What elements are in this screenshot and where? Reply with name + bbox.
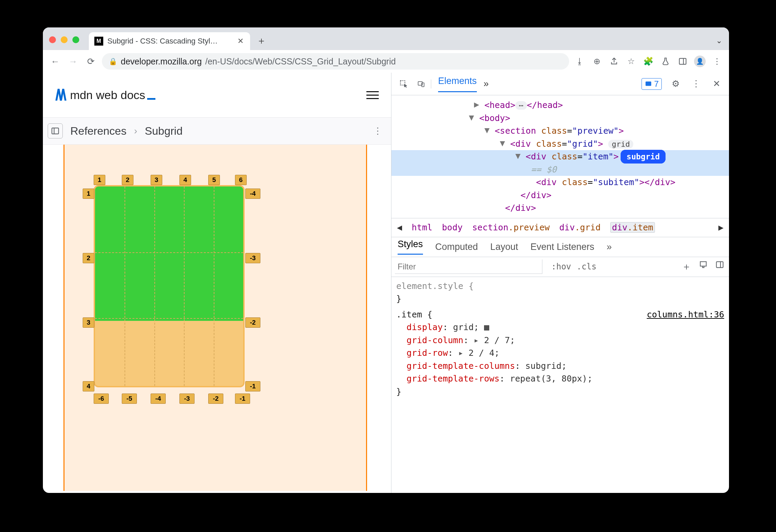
device-toolbar-button[interactable] [418, 80, 431, 88]
grid-overlay [94, 185, 245, 387]
svg-rect-6 [700, 262, 706, 266]
breadcrumb-scroll-right[interactable]: ▶ [718, 222, 724, 232]
install-icon[interactable]: ⭳ [573, 55, 586, 68]
mdn-brand[interactable]: /\/\ mdn web docs [55, 86, 155, 104]
grid-col-label: 6 [235, 175, 247, 185]
selected-dom-node[interactable]: ▼ <div class="item">subgrid [391, 150, 729, 163]
grid-col-label: 3 [151, 175, 162, 185]
event-listeners-tab[interactable]: Event Listeners [530, 242, 594, 252]
hamburger-menu-button[interactable] [366, 91, 379, 99]
reload-button[interactable]: ⟳ [84, 55, 98, 68]
dom-tree[interactable]: ▶ <head>⋯</head> ▼ <body> ▼ <section cla… [391, 95, 729, 218]
bc-section[interactable]: section.preview [472, 222, 550, 232]
grid-lines [95, 186, 243, 386]
page-viewport: /\/\ mdn web docs References › Subgrid ⋮ [43, 73, 391, 493]
breadcrumb-references[interactable]: References [70, 125, 127, 137]
svg-rect-1 [52, 128, 59, 134]
zoom-icon[interactable]: ⊕ [590, 55, 603, 68]
grid-col-label: 4 [179, 175, 191, 185]
side-panel-icon[interactable] [676, 55, 689, 68]
prop-grid-row[interactable]: grid-row [407, 348, 448, 358]
minimize-window-button[interactable] [61, 36, 68, 43]
grid-row-label: 4 [83, 381, 94, 391]
element-style-block[interactable]: element.style { [396, 280, 724, 293]
page-breadcrumb-bar: References › Subgrid ⋮ [43, 117, 391, 145]
grid-row-label: 2 [83, 253, 94, 263]
cls-toggle[interactable]: .cls [577, 262, 597, 271]
elements-tab[interactable]: Elements [438, 76, 477, 92]
breadcrumb-separator-icon: › [134, 125, 137, 136]
prop-grid-template-rows[interactable]: grid-template-rows [407, 374, 499, 384]
share-icon[interactable] [608, 55, 621, 68]
profile-button[interactable]: 👤 [693, 55, 706, 68]
mdn-brand-text: mdn web docs [70, 88, 155, 102]
more-tabs-button[interactable]: » [484, 78, 489, 89]
extensions-icon[interactable]: 🧩 [642, 55, 655, 68]
hov-toggle[interactable]: :hov [551, 262, 571, 271]
prop-display[interactable]: display [407, 322, 443, 332]
layout-tab[interactable]: Layout [490, 242, 518, 252]
computed-tab[interactable]: Computed [435, 242, 478, 252]
devtools-tabbar: Elements » 7 ⚙ ⋮ ✕ [391, 73, 729, 95]
subgrid-badge[interactable]: subgrid [621, 150, 666, 164]
toggle-sidebar-button[interactable] [48, 123, 63, 138]
toolbar: ← → ⟳ 🔒 developer.mozilla.org/en-US/docs… [43, 50, 729, 73]
labs-icon[interactable] [659, 55, 672, 68]
dollar-zero: == $0 [531, 165, 556, 174]
window-titlebar: M Subgrid - CSS: Cascading Styl… ✕ ＋ ⌄ [43, 27, 729, 50]
traffic-lights [49, 36, 89, 50]
grid-col-label: 1 [94, 175, 105, 185]
grid-row-label-neg: -4 [245, 189, 260, 199]
tabs-dropdown-button[interactable]: ⌄ [716, 36, 722, 45]
computed-panel-toggle[interactable] [715, 260, 724, 273]
zoom-window-button[interactable] [72, 36, 79, 43]
forward-button[interactable]: → [66, 55, 80, 68]
back-button[interactable]: ← [48, 55, 62, 68]
grid-badge[interactable]: grid [608, 140, 633, 148]
grid-col-label-neg: -2 [208, 394, 223, 404]
new-style-rule-button[interactable]: ＋ [682, 260, 691, 273]
lock-icon: 🔒 [109, 57, 117, 65]
issues-button[interactable]: 7 [642, 78, 662, 90]
styles-tab[interactable]: Styles [398, 239, 423, 255]
selector-item[interactable]: .item { [396, 308, 432, 321]
grid-editor-icon[interactable]: ▦ [484, 322, 489, 332]
browser-tab[interactable]: M Subgrid - CSS: Cascading Styl… ✕ [89, 32, 250, 50]
prop-grid-column[interactable]: grid-column [407, 335, 463, 345]
breadcrumb-subgrid[interactable]: Subgrid [145, 125, 183, 137]
breadcrumb-scroll-left[interactable]: ◀ [397, 222, 402, 232]
dom-breadcrumb[interactable]: ◀ html body section.preview div.grid div… [391, 218, 729, 237]
settings-button[interactable]: ⚙ [669, 78, 682, 89]
styles-pane[interactable]: element.style { } .item { columns.html:3… [391, 277, 729, 401]
inspect-element-button[interactable] [397, 80, 411, 88]
close-tab-button[interactable]: ✕ [236, 36, 245, 46]
grid-row-label: 3 [83, 317, 94, 328]
bc-body[interactable]: body [442, 222, 462, 232]
bookmark-icon[interactable]: ☆ [625, 55, 638, 68]
issues-count: 7 [654, 79, 659, 89]
new-tab-button[interactable]: ＋ [254, 33, 269, 49]
url-path: /en-US/docs/Web/CSS/CSS_Grid_Layout/Subg… [205, 57, 396, 66]
mdn-logo-icon: /\/\ [55, 86, 64, 104]
chrome-menu-button[interactable]: ⋮ [710, 55, 724, 68]
devtools-panel: Elements » 7 ⚙ ⋮ ✕ ▶ <head>⋯</head> [391, 73, 729, 493]
styles-filter-bar: :hov .cls ＋ [391, 257, 729, 277]
grid-col-label-neg: -5 [122, 394, 137, 404]
bc-div-item[interactable]: div.item [610, 222, 655, 233]
styles-tab-bar: Styles Computed Layout Event Listeners » [391, 237, 729, 257]
close-devtools-button[interactable]: ✕ [710, 78, 724, 89]
svg-rect-7 [716, 262, 723, 267]
bc-html[interactable]: html [412, 222, 432, 232]
prop-grid-template-columns[interactable]: grid-template-columns [407, 361, 515, 371]
paint-flashing-button[interactable] [699, 260, 708, 273]
bc-div-grid[interactable]: div.grid [559, 222, 600, 232]
devtools-menu-button[interactable]: ⋮ [689, 78, 703, 89]
grid-row-label-neg: -1 [245, 381, 260, 391]
more-styles-tabs[interactable]: » [607, 242, 612, 252]
address-bar[interactable]: 🔒 developer.mozilla.org/en-US/docs/Web/C… [102, 53, 569, 70]
close-window-button[interactable] [49, 36, 56, 43]
rule-origin-link[interactable]: columns.html:36 [647, 308, 724, 321]
styles-filter-input[interactable] [395, 259, 542, 274]
article-actions-button[interactable]: ⋮ [373, 126, 382, 136]
grid-col-label: 5 [208, 175, 220, 185]
